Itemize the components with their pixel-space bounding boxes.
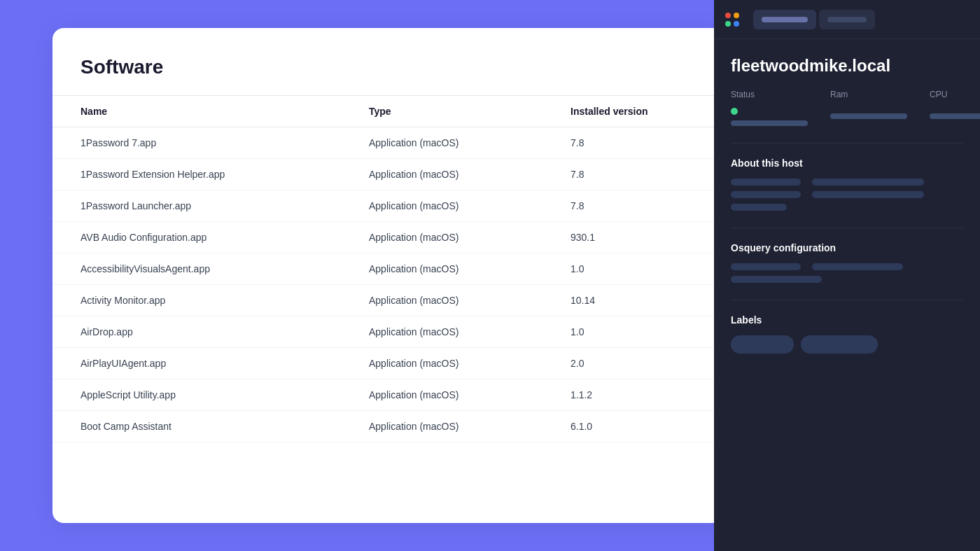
col-version-header: Installed version bbox=[556, 96, 724, 127]
nav-bar bbox=[714, 0, 980, 39]
tab-inactive[interactable] bbox=[819, 10, 875, 29]
ram-bar bbox=[830, 113, 907, 119]
row-version-cell: 10.14 bbox=[556, 285, 724, 316]
osquery-bars bbox=[731, 263, 963, 283]
row-version-cell: 7.8 bbox=[556, 127, 724, 159]
software-card: Software Name Type Installed version 1Pa… bbox=[52, 28, 724, 523]
row-name-cell: AppleScript Utility.app bbox=[52, 379, 355, 411]
row-name-cell: 1Password Extension Helper.app bbox=[52, 159, 355, 190]
cpu-label: CPU bbox=[930, 90, 980, 99]
info-bar-2b bbox=[812, 191, 924, 198]
logo-dot-blue bbox=[734, 21, 739, 27]
status-label: Status bbox=[731, 90, 808, 99]
osquery-bar-1a bbox=[731, 263, 801, 270]
osquery-bar-2a bbox=[731, 276, 822, 283]
tab-active-bar bbox=[762, 17, 808, 22]
status-bar bbox=[731, 120, 808, 126]
row-name-cell: AirPlayUIAgent.app bbox=[52, 348, 355, 379]
info-row-3 bbox=[731, 204, 963, 211]
osquery-heading: Osquery configuration bbox=[731, 242, 963, 253]
nav-tabs bbox=[753, 10, 875, 29]
row-version-cell: 1.0 bbox=[556, 316, 724, 348]
row-type-cell: Application (macOS) bbox=[355, 348, 556, 379]
osquery-section: Osquery configuration bbox=[731, 242, 963, 283]
row-version-cell: 1.1.2 bbox=[556, 379, 724, 411]
info-bar-1b bbox=[812, 179, 924, 186]
table-row[interactable]: Boot Camp AssistantApplication (macOS)6.… bbox=[52, 411, 724, 442]
software-table: Name Type Installed version 1Password 7.… bbox=[52, 95, 724, 442]
host-name: fleetwoodmike.local bbox=[731, 56, 963, 76]
info-bar-1a bbox=[731, 179, 801, 186]
labels-section: Labels bbox=[731, 314, 963, 354]
labels-heading: Labels bbox=[731, 314, 963, 326]
row-version-cell: 930.1 bbox=[556, 222, 724, 253]
logo-dot-green bbox=[725, 21, 731, 27]
info-row-2 bbox=[731, 191, 963, 198]
tab-inactive-bar bbox=[827, 17, 867, 22]
ram-stat: Ram bbox=[830, 90, 907, 119]
row-name-cell: 1Password 7.app bbox=[52, 127, 355, 159]
table-row[interactable]: 1Password 7.appApplication (macOS)7.8 bbox=[52, 127, 724, 159]
logo-dot-orange bbox=[734, 13, 739, 18]
about-heading: About this host bbox=[731, 158, 963, 169]
table-row[interactable]: 1Password Launcher.appApplication (macOS… bbox=[52, 190, 724, 222]
cpu-stat: CPU bbox=[930, 90, 980, 119]
row-name-cell: AccessibilityVisualsAgent.app bbox=[52, 253, 355, 285]
col-name-header: Name bbox=[52, 96, 355, 127]
row-type-cell: Application (macOS) bbox=[355, 159, 556, 190]
nav-logo bbox=[725, 13, 739, 27]
row-type-cell: Application (macOS) bbox=[355, 253, 556, 285]
table-row[interactable]: 1Password Extension Helper.appApplicatio… bbox=[52, 159, 724, 190]
row-type-cell: Application (macOS) bbox=[355, 190, 556, 222]
page-title: Software bbox=[52, 56, 724, 95]
divider-2 bbox=[731, 228, 963, 228]
table-row[interactable]: Activity Monitor.appApplication (macOS)1… bbox=[52, 285, 724, 316]
divider-3 bbox=[731, 300, 963, 300]
row-type-cell: Application (macOS) bbox=[355, 285, 556, 316]
row-type-cell: Application (macOS) bbox=[355, 316, 556, 348]
row-name-cell: Boot Camp Assistant bbox=[52, 411, 355, 442]
info-row-1 bbox=[731, 179, 963, 186]
row-type-cell: Application (macOS) bbox=[355, 127, 556, 159]
row-version-cell: 7.8 bbox=[556, 190, 724, 222]
status-stat: Status bbox=[731, 90, 808, 126]
label-pill-2 bbox=[801, 335, 878, 354]
tab-active[interactable] bbox=[753, 10, 816, 29]
table-header-row: Name Type Installed version bbox=[52, 96, 724, 127]
table-row[interactable]: AVB Audio Configuration.appApplication (… bbox=[52, 222, 724, 253]
row-name-cell: 1Password Launcher.app bbox=[52, 190, 355, 222]
labels-bars bbox=[731, 335, 963, 354]
info-bar-2a bbox=[731, 191, 801, 198]
status-dot bbox=[731, 108, 738, 115]
table-row[interactable]: AirDrop.appApplication (macOS)1.0 bbox=[52, 316, 724, 348]
row-type-cell: Application (macOS) bbox=[355, 379, 556, 411]
row-name-cell: AVB Audio Configuration.app bbox=[52, 222, 355, 253]
stats-row: Status Ram CPU bbox=[731, 90, 963, 126]
right-panel: fleetwoodmike.local Status Ram CPU About… bbox=[714, 0, 980, 551]
label-pill-1 bbox=[731, 335, 794, 354]
divider-1 bbox=[731, 143, 963, 144]
row-version-cell: 2.0 bbox=[556, 348, 724, 379]
row-version-cell: 6.1.0 bbox=[556, 411, 724, 442]
table-row[interactable]: AirPlayUIAgent.appApplication (macOS)2.0 bbox=[52, 348, 724, 379]
row-type-cell: Application (macOS) bbox=[355, 411, 556, 442]
ram-label: Ram bbox=[830, 90, 907, 99]
logo-dot-red bbox=[725, 13, 731, 18]
col-type-header: Type bbox=[355, 96, 556, 127]
about-info-grid bbox=[731, 179, 963, 211]
cpu-bar bbox=[930, 113, 980, 119]
osquery-row-2 bbox=[731, 276, 963, 283]
row-name-cell: Activity Monitor.app bbox=[52, 285, 355, 316]
osquery-bar-1b bbox=[812, 263, 903, 270]
row-type-cell: Application (macOS) bbox=[355, 222, 556, 253]
table-row[interactable]: AccessibilityVisualsAgent.appApplication… bbox=[52, 253, 724, 285]
osquery-row-1 bbox=[731, 263, 963, 270]
row-version-cell: 1.0 bbox=[556, 253, 724, 285]
row-name-cell: AirDrop.app bbox=[52, 316, 355, 348]
panel-content: fleetwoodmike.local Status Ram CPU About… bbox=[714, 39, 980, 370]
info-bar-3a bbox=[731, 204, 787, 211]
table-row[interactable]: AppleScript Utility.appApplication (macO… bbox=[52, 379, 724, 411]
row-version-cell: 7.8 bbox=[556, 159, 724, 190]
